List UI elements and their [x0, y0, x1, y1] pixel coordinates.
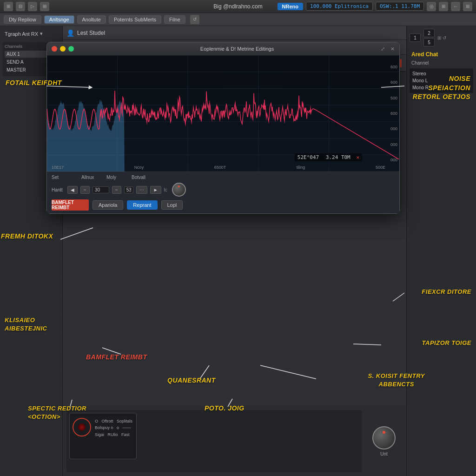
macos-btn-4[interactable]: ⊞ — [40, 2, 49, 11]
dialog-minimize-button[interactable] — [60, 46, 66, 52]
small-plugin: O Oftrott Soplitals Bolspuy n o —— Sigai… — [69, 413, 137, 459]
spectrum-area: 129 QAL RX Plape Aeogtontios Lecolt 6006… — [47, 55, 399, 172]
right-panel-title: Ared Chat — [410, 49, 473, 60]
spectrum-y-labels: 600600500600000000000 — [390, 65, 397, 162]
controls-row-2: Hantt ◀ − − ⋯ ► lc — [52, 183, 395, 197]
dialog-close-icon[interactable]: ✕ — [390, 46, 395, 52]
knob-label: Unt — [380, 451, 388, 456]
chevron-down-icon[interactable]: ▾ — [40, 31, 43, 37]
track-header: 👤 Lest Studel — [63, 26, 406, 40]
dialog-title: Eoplenmie & D! Metrine Editings — [200, 46, 274, 52]
tab-dty-repliow[interactable]: Dty Repliow — [4, 15, 41, 24]
spectrum-x-labels: 10E17Ncoy6500Ttiling500E — [52, 165, 385, 170]
right-panel: 1 2 5 ⊞ ↺ Ared Chat Channel Stereo Mono … — [406, 26, 476, 476]
macos-btn-r3[interactable]: ← — [451, 2, 460, 11]
hantt-label: Hantt — [52, 187, 65, 192]
tab-toolbar: Dty Repliow Anltsnge Anoltute Poternts S… — [0, 13, 476, 26]
transport-display: 100.000 Eplitronica — [306, 2, 373, 11]
bamflet-label: BAMFLET REIMBT — [52, 200, 89, 210]
track-selector[interactable]: Tgraph Ant RX ▾ — [3, 29, 60, 39]
right-channel-item[interactable]: Mono L — [411, 77, 471, 84]
lopl-button[interactable]: Lopl — [161, 200, 183, 210]
bamflet-reimbt-button[interactable]: BAMFLET REIMBT — [52, 199, 89, 211]
macos-btn-r1[interactable]: ◎ — [427, 2, 436, 11]
macos-btn-r4[interactable]: ⊞ — [463, 2, 472, 11]
close-x-icon[interactable]: ✕ — [356, 154, 359, 160]
ctrl-prev-button[interactable]: ◀ — [67, 186, 78, 194]
bottom-main-panel: O Oftrott Soplitals Bolspuy n o —— Sigai… — [66, 410, 362, 472]
ctrl-minus2-button[interactable]: − — [112, 186, 121, 194]
num-box-2: 2 — [423, 29, 435, 37]
dialog-maximize-button[interactable] — [68, 46, 74, 52]
ctrl-value1-input[interactable] — [93, 186, 109, 193]
set-label: Set — [52, 175, 65, 180]
track-selector-label: Tgraph Ant RX — [5, 31, 38, 37]
small-plugin-labels: O Oftrott Soplitals Bolspuy n o —— Sigai… — [95, 418, 132, 438]
macos-controls-right[interactable]: NReno 100.000 Eplitronica OSW:.1 11.78M … — [278, 2, 472, 11]
right-channel-item[interactable]: Stereo — [411, 70, 471, 77]
dialog-close-button[interactable] — [52, 46, 57, 52]
dialog-resize-icon[interactable]: ⤢ — [381, 46, 385, 52]
num-box-3: 5 — [423, 38, 435, 46]
right-channel-item[interactable]: Mono R — [411, 84, 471, 91]
tab-poternts[interactable]: Poternts SubMerts — [109, 15, 161, 24]
main-knob[interactable] — [372, 426, 396, 450]
knob-section: Unt — [365, 410, 403, 472]
knob-indicator — [383, 431, 385, 434]
track-name-label: Lest Studel — [77, 30, 105, 36]
allnux-label: Allnux — [81, 175, 94, 180]
bottom-strip: O Oftrott Soplitals Bolspuy n o —— Sigai… — [63, 406, 406, 476]
time-code-display: 52E°047 3.24 T0M ✕ — [295, 153, 362, 161]
ctrl-lc-label: lc — [164, 187, 167, 192]
small-knob[interactable] — [172, 183, 186, 197]
transport-button[interactable]: NReno — [278, 3, 303, 10]
controls-row-1: Set Allnux Moly Botvall — [52, 175, 395, 180]
macos-btn-r2[interactable]: ⊞ — [439, 2, 448, 11]
tab-anoltute[interactable]: Anoltute — [77, 15, 106, 24]
dialog-controls: Set Allnux Moly Botvall Hantt ◀ − − ⋯ ► … — [47, 172, 399, 213]
refresh-icon[interactable]: ↺ — [190, 15, 199, 24]
right-section-label: Channel — [410, 60, 473, 66]
ctrl-value2-input[interactable] — [124, 186, 133, 193]
macos-btn-1[interactable]: ⊞ — [4, 2, 13, 11]
right-channel-list: Stereo Mono L Mono R — [410, 68, 473, 93]
tab-filne[interactable]: Filne — [164, 15, 185, 24]
botvall-label: Botvall — [132, 175, 145, 180]
dialog-window: Eoplenmie & D! Metrine Editings ⤢ ✕ 129 … — [46, 42, 400, 214]
user-icon: 👤 — [66, 29, 74, 37]
ctrl-dots-button[interactable]: ⋯ — [136, 186, 147, 194]
apariola-button[interactable]: Apariola — [93, 200, 123, 210]
macos-controls-left[interactable]: ⊞ ⊟ ▷ ⊞ — [4, 2, 49, 11]
moly-label: Moly — [106, 175, 119, 180]
small-knob-dot — [178, 185, 180, 187]
dialog-titlebar: Eoplenmie & D! Metrine Editings ⤢ ✕ — [47, 42, 399, 55]
ctrl-arrow-button[interactable]: ► — [150, 186, 161, 194]
macos-btn-2[interactable]: ⊟ — [16, 2, 25, 11]
time-display: OSW:.1 11.78M — [376, 2, 424, 11]
macos-btn-3[interactable]: ▷ — [28, 2, 37, 11]
macos-topbar: ⊞ ⊟ ▷ ⊞ Big @ndlrahno.com NReno 100.000 … — [0, 0, 476, 13]
right-panel-icons: ⊞ ↺ — [437, 35, 446, 40]
reprant-button[interactable]: Reprant — [127, 200, 157, 210]
meter-circle — [73, 418, 91, 436]
window-title: Big @ndlrahno.com — [213, 3, 263, 10]
tab-anltsnge[interactable]: Anltsnge — [44, 15, 74, 24]
controls-row-3: BAMFLET REIMBT Apariola Reprant Lopl — [52, 199, 395, 211]
num-box-1: 1 — [410, 33, 421, 42]
ctrl-minus-button[interactable]: − — [80, 186, 90, 194]
